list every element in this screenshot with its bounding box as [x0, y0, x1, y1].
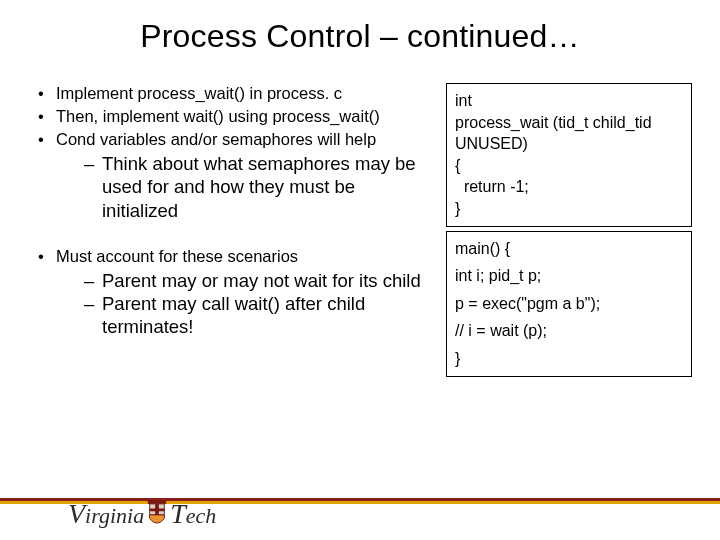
code-line: int i; pid_t p; [455, 265, 683, 287]
code-box-1: int process_wait (tid_t child_tid UNUSED… [446, 83, 692, 227]
svg-rect-3 [150, 509, 165, 512]
code-line: main() { [455, 238, 683, 260]
code-line: } [455, 348, 683, 370]
code-box-2: main() { int i; pid_t p; p = exec("pgm a… [446, 231, 692, 377]
slide-title: Process Control – continued… [28, 18, 692, 55]
logo-tech: Tech [170, 498, 216, 530]
columns: Implement process_wait() in process. c T… [28, 83, 692, 381]
sub-item: Parent may call wait() after child termi… [56, 292, 428, 338]
spacer [28, 224, 428, 246]
slide: Process Control – continued… Implement p… [0, 0, 720, 540]
logo-text: ech [186, 503, 217, 529]
left-column: Implement process_wait() in process. c T… [28, 83, 428, 381]
code-line: process_wait (tid_t child_tid UNUSED) [455, 112, 683, 155]
vt-logo: Virginia Tech [68, 498, 216, 530]
right-column: int process_wait (tid_t child_tid UNUSED… [446, 83, 692, 381]
bullet-item: Must account for these scenarios Parent … [28, 246, 428, 338]
bullet-list-2: Must account for these scenarios Parent … [28, 246, 428, 338]
bullet-list-1: Implement process_wait() in process. c T… [28, 83, 428, 222]
logo-letter-t: T [170, 498, 186, 530]
sub-list: Parent may or may not wait for its child… [56, 269, 428, 338]
code-line: p = exec("pgm a b"); [455, 293, 683, 315]
sub-item: Think about what semaphores may be used … [56, 152, 428, 221]
logo-virginia: Virginia [68, 498, 144, 530]
code-line: // i = wait (p); [455, 320, 683, 342]
bullet-text: Cond variables and/or semaphores will he… [56, 130, 376, 148]
sub-list: Think about what semaphores may be used … [56, 152, 428, 221]
logo-text: irginia [85, 503, 144, 529]
svg-rect-0 [148, 500, 166, 504]
code-line: return -1; [455, 176, 683, 198]
bullet-item: Then, implement wait() using process_wai… [28, 106, 428, 127]
logo-letter-v: V [68, 498, 85, 530]
shield-icon [146, 500, 168, 528]
code-line: { [455, 155, 683, 177]
code-line: int [455, 90, 683, 112]
bullet-text: Must account for these scenarios [56, 247, 298, 265]
code-line: } [455, 198, 683, 220]
bullet-item: Cond variables and/or semaphores will he… [28, 129, 428, 221]
bullet-item: Implement process_wait() in process. c [28, 83, 428, 104]
sub-item: Parent may or may not wait for its child [56, 269, 428, 292]
